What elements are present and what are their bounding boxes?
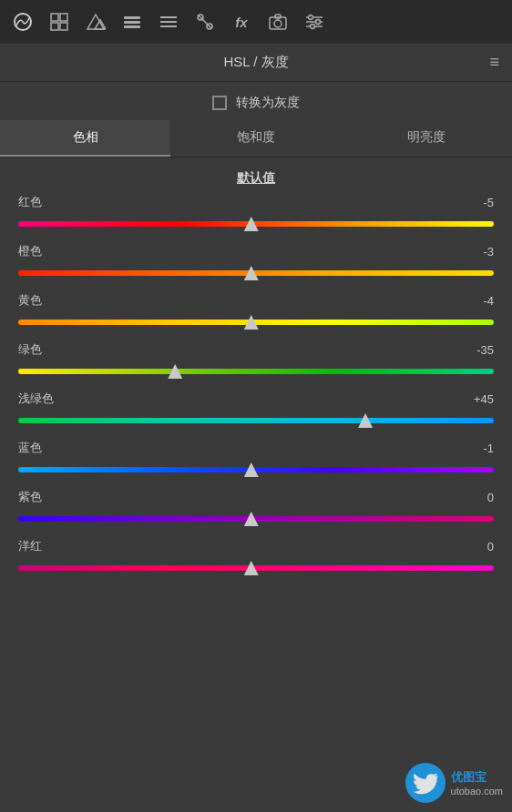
slider-header-yellow: 黄色-4: [18, 292, 494, 309]
tab-saturation[interactable]: 饱和度: [170, 120, 341, 157]
tab-hue[interactable]: 色相: [0, 120, 170, 157]
footer-text: 优图宝 utobao.com: [451, 769, 503, 797]
svg-rect-1: [51, 14, 58, 21]
slider-row-magenta: 洋红0: [18, 538, 494, 578]
slider-value-red: -5: [461, 196, 494, 209]
slider-header-red: 红色-5: [18, 194, 494, 210]
grid-icon[interactable]: [47, 10, 71, 34]
slider-label-orange: 橙色: [18, 243, 42, 259]
slider-row-orange: 橙色-3: [18, 243, 494, 283]
slider-track-container-orange[interactable]: [18, 263, 494, 283]
camera-icon[interactable]: [266, 10, 290, 34]
slider-thumb-orange[interactable]: [244, 266, 259, 280]
svg-line-15: [199, 15, 211, 28]
slider-track-blue[interactable]: [18, 467, 494, 472]
footer-logo-icon: [405, 763, 445, 803]
curves-icon[interactable]: [193, 10, 217, 34]
mountain-icon[interactable]: [84, 10, 108, 34]
slider-track-container-yellow[interactable]: [18, 312, 494, 332]
slider-header-green: 绿色-35: [18, 341, 494, 358]
slider-value-magenta: 0: [461, 540, 494, 553]
slider-row-green: 绿色-35: [18, 341, 494, 381]
slider-thumb-magenta[interactable]: [244, 561, 259, 575]
slider-thumb-aqua[interactable]: [358, 413, 373, 428]
tab-luminance[interactable]: 明亮度: [342, 120, 512, 157]
sliders-container: 红色-5橙色-3黄色-4绿色-35浅绿色+45蓝色-1紫色0洋红0: [0, 194, 512, 578]
slider-thumb-purple[interactable]: [244, 512, 259, 526]
slider-track-container-purple[interactable]: [18, 509, 494, 529]
slider-track-container-blue[interactable]: [18, 460, 494, 480]
slider-thumb-yellow[interactable]: [244, 315, 259, 330]
slider-value-yellow: -4: [461, 294, 494, 308]
slider-row-yellow: 黄色-4: [18, 292, 494, 332]
slider-value-aqua: +45: [461, 392, 494, 406]
svg-rect-18: [275, 15, 281, 18]
toolbar: fx: [0, 0, 512, 44]
slider-thumb-blue[interactable]: [244, 462, 259, 477]
slider-track-magenta[interactable]: [18, 565, 494, 571]
slider-label-green: 绿色: [18, 341, 42, 358]
slider-row-blue: 蓝色-1: [18, 440, 494, 480]
slider-header-purple: 紫色0: [18, 489, 494, 505]
lines-icon[interactable]: [157, 10, 180, 34]
slider-value-green: -35: [461, 343, 494, 357]
slider-row-red: 红色-5: [18, 194, 494, 234]
slider-track-container-magenta[interactable]: [18, 558, 494, 578]
slider-thumb-red[interactable]: [244, 217, 259, 231]
slider-value-orange: -3: [461, 245, 494, 259]
slider-track-container-red[interactable]: [18, 214, 494, 234]
slider-row-aqua: 浅绿色+45: [18, 391, 494, 431]
slider-track-green[interactable]: [18, 369, 494, 374]
slider-track-yellow[interactable]: [18, 320, 494, 325]
slider-track-container-aqua[interactable]: [18, 411, 494, 431]
svg-point-23: [316, 20, 321, 25]
slider-label-magenta: 洋红: [18, 538, 42, 554]
grayscale-checkbox[interactable]: [212, 96, 227, 110]
svg-rect-2: [60, 14, 67, 21]
menu-icon[interactable]: ≡: [489, 53, 499, 72]
svg-point-24: [311, 25, 315, 29]
adjust-icon[interactable]: [302, 10, 326, 34]
slider-header-blue: 蓝色-1: [18, 440, 494, 456]
layers-icon[interactable]: [120, 10, 144, 34]
slider-label-red: 红色: [18, 194, 42, 210]
footer-watermark: 优图宝 utobao.com: [405, 763, 503, 803]
grayscale-label: 转换为灰度: [236, 95, 300, 111]
svg-point-22: [309, 15, 313, 20]
svg-rect-7: [124, 16, 140, 19]
slider-header-aqua: 浅绿色+45: [18, 391, 494, 407]
slider-label-yellow: 黄色: [18, 292, 42, 309]
slider-value-purple: 0: [461, 491, 494, 504]
svg-rect-4: [60, 23, 67, 30]
slider-track-container-green[interactable]: [18, 361, 494, 381]
section-label: 默认值: [0, 157, 512, 194]
slider-label-purple: 紫色: [18, 489, 42, 505]
svg-rect-3: [51, 23, 58, 30]
svg-point-17: [274, 20, 282, 27]
slider-track-aqua[interactable]: [18, 418, 494, 423]
slider-track-purple[interactable]: [18, 516, 494, 522]
slider-thumb-green[interactable]: [168, 364, 182, 379]
panel-title: HSL / 灰度: [223, 54, 288, 71]
svg-rect-8: [124, 21, 140, 24]
grayscale-row: 转换为灰度: [0, 82, 512, 120]
slider-label-aqua: 浅绿色: [18, 391, 54, 407]
panel-header: HSL / 灰度 ≡: [0, 44, 512, 82]
slider-track-red[interactable]: [18, 221, 494, 227]
slider-header-magenta: 洋红0: [18, 538, 494, 554]
slider-value-blue: -1: [461, 442, 494, 455]
fx-icon[interactable]: fx: [230, 10, 253, 34]
svg-rect-9: [124, 25, 140, 28]
slider-row-purple: 紫色0: [18, 489, 494, 529]
slider-label-blue: 蓝色: [18, 440, 42, 456]
tab-bar: 色相 饱和度 明亮度: [0, 120, 512, 157]
slider-header-orange: 橙色-3: [18, 243, 494, 259]
slider-track-orange[interactable]: [18, 270, 494, 276]
histogram-icon[interactable]: [11, 10, 35, 34]
